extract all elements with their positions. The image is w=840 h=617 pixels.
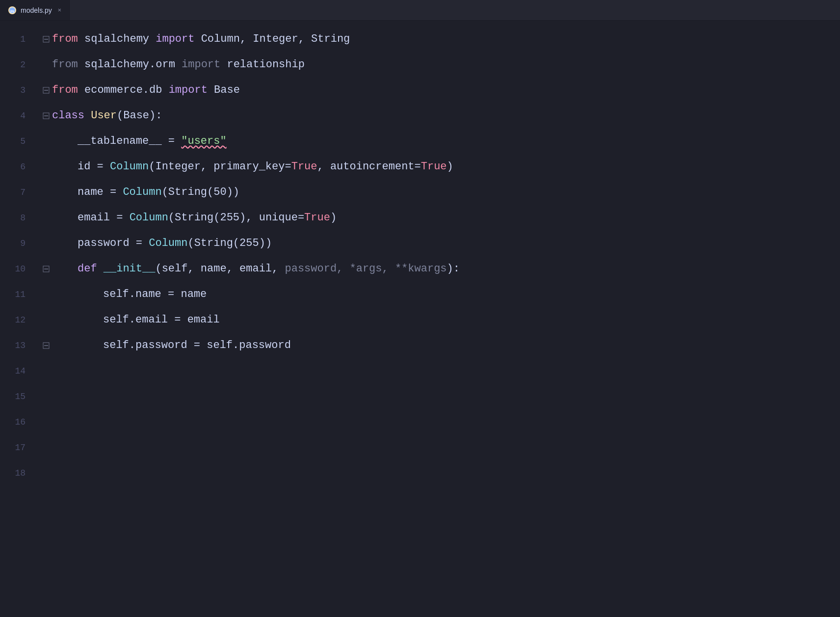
line-number-13: 13 xyxy=(15,333,33,358)
token-14-1 xyxy=(97,256,104,282)
token-9-4: , autoincrement= xyxy=(317,154,421,180)
token-9-3: True xyxy=(291,154,317,180)
token-6-2: User xyxy=(91,103,117,129)
token-9-5: True xyxy=(421,154,447,180)
token-9-0: id = xyxy=(78,154,110,180)
token-3-3: Base xyxy=(208,78,240,103)
token-2-0: from xyxy=(52,52,78,78)
token-11-2: (String(255), unique= xyxy=(168,205,304,231)
python-file-icon: py xyxy=(8,6,17,15)
token-16-0: self.email = email xyxy=(103,307,220,333)
token-3-2: import xyxy=(169,78,208,103)
token-11-0: email = xyxy=(78,205,130,231)
code-line-10: name = Column(String(50)) xyxy=(41,180,840,205)
token-1-1: sqlalchemy xyxy=(78,27,156,52)
code-line-2: from sqlalchemy.orm import relationship xyxy=(41,52,840,78)
fold-icon-3[interactable] xyxy=(41,85,51,95)
line-number-8: 8 xyxy=(16,205,33,231)
line-number-14: 14 xyxy=(15,358,33,384)
token-14-2: __init__ xyxy=(104,256,156,282)
fold-icon-6[interactable] xyxy=(41,111,51,121)
fold-icon-17[interactable] xyxy=(41,341,51,350)
token-2-1: sqlalchemy.orm xyxy=(78,52,182,78)
token-10-0: name = xyxy=(78,180,123,205)
line-number-3: 3 xyxy=(16,78,33,103)
code-line-11: email = Column(String(255), unique=True) xyxy=(41,205,840,231)
token-2-3: relationship xyxy=(220,52,305,78)
token-11-1: Column xyxy=(130,205,168,231)
token-17-0: self.password = self.password xyxy=(103,333,291,358)
code-line-17: self.password = self.password xyxy=(41,333,840,358)
token-7-1: = xyxy=(162,129,182,154)
token-1-2: import xyxy=(156,27,194,52)
tab-label: models.py xyxy=(21,6,52,14)
code-line-14: def __init__(self, name, email, password… xyxy=(41,256,840,282)
code-line-15: self.name = name xyxy=(41,282,840,307)
code-line-9: id = Column(Integer, primary_key=True, a… xyxy=(41,154,840,180)
line-number-12: 12 xyxy=(15,307,33,333)
token-9-1: Column xyxy=(110,154,149,180)
code-line-16: self.email = email xyxy=(41,307,840,333)
code-line-7: __tablename__ = "users" xyxy=(41,129,840,154)
token-7-0: __tablename__ xyxy=(78,129,162,154)
code-area[interactable]: from sqlalchemy import Column, Integer, … xyxy=(33,21,840,617)
token-2-2: import xyxy=(182,52,220,78)
line-number-7: 7 xyxy=(16,180,33,205)
code-line-1: from sqlalchemy import Column, Integer, … xyxy=(41,27,840,52)
tab-close-button[interactable]: ✕ xyxy=(58,6,61,14)
token-12-2: (String(255)) xyxy=(187,231,272,256)
code-line-6: class User(Base): xyxy=(41,103,840,129)
code-line-3: from ecommerce.db import Base xyxy=(41,78,840,103)
token-15-0: self.name = name xyxy=(103,282,207,307)
fold-icon-1[interactable] xyxy=(41,34,51,44)
line-number-4: 4 xyxy=(16,103,33,129)
token-1-3: Column, Integer, String xyxy=(194,27,350,52)
code-line-12: password = Column(String(255)) xyxy=(41,231,840,256)
line-number-6: 6 xyxy=(16,154,33,180)
tab-bar: py models.py ✕ xyxy=(0,0,840,21)
token-14-4: password, *args, **kwargs xyxy=(285,256,446,282)
editor-area: 123456789101112131415161718 from sqlalch… xyxy=(0,21,840,617)
token-12-0: password = xyxy=(78,231,149,256)
token-12-1: Column xyxy=(149,231,187,256)
token-11-3: True xyxy=(304,205,330,231)
token-6-3: (Base): xyxy=(117,103,162,129)
token-10-1: Column xyxy=(123,180,161,205)
line-number-11: 11 xyxy=(15,282,33,307)
token-7-2: "users" xyxy=(181,129,226,154)
token-14-5: ): xyxy=(447,256,460,282)
line-numbers: 123456789101112131415161718 xyxy=(0,21,33,617)
fold-icon-14[interactable] xyxy=(41,264,51,274)
line-number-2: 2 xyxy=(16,52,33,78)
line-number-17: 17 xyxy=(15,435,33,460)
line-number-16: 16 xyxy=(15,409,33,435)
token-1-0: from xyxy=(52,27,78,52)
line-number-1: 1 xyxy=(16,27,33,52)
token-14-3: (self, name, email, xyxy=(155,256,285,282)
line-number-15: 15 xyxy=(15,384,33,409)
tab-models-py[interactable]: py models.py ✕ xyxy=(0,0,70,20)
token-3-1: ecommerce.db xyxy=(78,78,169,103)
token-14-0: def xyxy=(78,256,97,282)
token-9-6: ) xyxy=(447,154,453,180)
token-6-0: class xyxy=(52,103,84,129)
token-11-4: ) xyxy=(330,205,337,231)
line-number-10: 10 xyxy=(15,256,33,282)
svg-text:py: py xyxy=(10,9,14,13)
token-3-0: from xyxy=(52,78,78,103)
line-number-9: 9 xyxy=(16,231,33,256)
token-10-2: (String(50)) xyxy=(162,180,239,205)
token-6-1 xyxy=(84,103,91,129)
line-number-18: 18 xyxy=(15,460,33,486)
line-number-5: 5 xyxy=(16,129,33,154)
token-9-2: (Integer, primary_key= xyxy=(149,154,291,180)
